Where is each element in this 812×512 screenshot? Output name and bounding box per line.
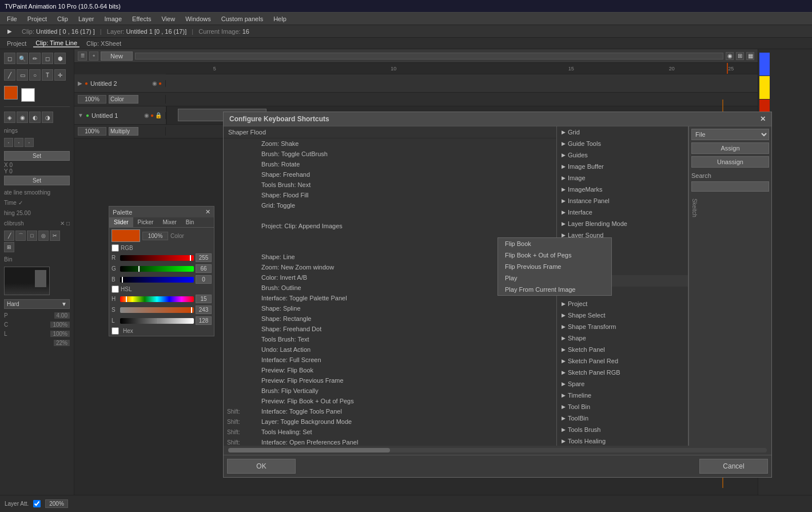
tool-rect[interactable]: ▭: [17, 69, 28, 81]
sc-shape-freehanddot[interactable]: Shape: Freehand Dot: [224, 324, 556, 334]
sc-preview-flipbook[interactable]: Preview: Flip Book: [224, 365, 556, 375]
layer-att-checkbox[interactable]: [33, 500, 41, 507]
cat-shape-select[interactable]: ▶ Shape Select: [557, 309, 688, 321]
sc-layer-bg-mode[interactable]: Shift: Layer: Toggle Background Mode: [224, 416, 556, 427]
tab-project[interactable]: Project: [5, 40, 29, 47]
rgb-checkbox[interactable]: [112, 244, 119, 252]
cat-timeline[interactable]: ▶ Timeline: [557, 390, 688, 401]
h-track[interactable]: [120, 296, 194, 302]
cat-spare[interactable]: ▶ Spare: [557, 378, 688, 390]
tool-select[interactable]: ◻: [4, 53, 15, 64]
tab-xsheet[interactable]: Clip: XSheet: [84, 40, 124, 47]
sc-tools-brush-next[interactable]: Tools Brush: Next: [224, 180, 556, 190]
sc-shape-rectangle[interactable]: Shape: Rectangle: [224, 313, 556, 324]
color-bg[interactable]: [21, 88, 35, 102]
cat-sketch-panel-red[interactable]: ▶ Sketch Panel Red: [557, 355, 688, 367]
layer-rec-2[interactable]: ●: [150, 112, 154, 118]
tl-tool-2[interactable]: +: [89, 51, 98, 61]
g-value[interactable]: 66: [196, 264, 212, 273]
menu-windows[interactable]: Windows: [181, 14, 216, 23]
mini-tool-2[interactable]: ⌒: [15, 231, 26, 241]
ok-btn[interactable]: OK: [227, 459, 296, 474]
cat-tool-bin[interactable]: ▶ Tool Bin: [557, 401, 688, 412]
cat-shape-transform[interactable]: ▶ Shape Transform: [557, 321, 688, 332]
tl-icon-3[interactable]: ▦: [746, 52, 754, 60]
cat-guides[interactable]: ▶ Guides: [557, 149, 688, 161]
menu-custom-panels[interactable]: Custom panels: [217, 14, 268, 23]
layer-lock-2[interactable]: 🔒: [155, 112, 162, 118]
tool-move[interactable]: ✛: [54, 69, 66, 81]
assign-btn[interactable]: Assign: [691, 142, 769, 154]
tool-sm-1[interactable]: ·: [4, 138, 13, 147]
set-button[interactable]: Set: [4, 151, 70, 161]
sc-tools-brush-text[interactable]: Tools Brush: Text: [224, 334, 556, 344]
mini-tool-4[interactable]: ◎: [38, 231, 49, 241]
menu-image[interactable]: Image: [99, 14, 126, 23]
cat-image-buffer[interactable]: ▶ Image Buffer: [557, 161, 688, 172]
zoom-percent[interactable]: 200%: [45, 499, 68, 508]
cat-image[interactable]: ▶ Image: [557, 172, 688, 184]
l-value[interactable]: 128: [196, 316, 212, 325]
cat-layer-blending[interactable]: ▶ Layer Blending Mode: [557, 218, 688, 229]
unassign-btn[interactable]: Unassign: [691, 156, 769, 168]
mini-tool-3[interactable]: □: [27, 231, 37, 241]
dialog-scrollbar[interactable]: [228, 448, 767, 453]
palette-tab-picker[interactable]: Picker: [133, 217, 158, 227]
palette-tab-mixer[interactable]: Mixer: [158, 217, 181, 227]
menu-view[interactable]: View: [157, 14, 180, 23]
submenu-flip-book[interactable]: Flip Book: [498, 238, 611, 249]
tl-tool-1[interactable]: ☰: [78, 51, 87, 61]
mini-tool-1[interactable]: ╱: [4, 231, 14, 241]
cancel-btn[interactable]: Cancel: [699, 459, 768, 474]
sc-interface-fullscreen[interactable]: Interface: Full Screen: [224, 355, 556, 365]
swatch-yellow[interactable]: [759, 76, 770, 99]
palette-close[interactable]: ✕: [205, 208, 210, 216]
new-btn[interactable]: New: [101, 51, 133, 61]
tl-icon-2[interactable]: ⊞: [736, 52, 744, 60]
sc-brush-flipvert[interactable]: Brush: Flip Vertically: [224, 386, 556, 396]
layer-vis-2[interactable]: ◉: [144, 112, 149, 118]
cat-toolbin[interactable]: ▶ ToolBin: [557, 412, 688, 424]
tl-icon-1[interactable]: ◉: [726, 52, 734, 60]
palette-tab-slider[interactable]: Slider: [109, 217, 133, 227]
submenu-play[interactable]: Play: [498, 272, 611, 284]
menu-project[interactable]: Project: [23, 14, 51, 23]
layer-blend-1[interactable]: Color: [109, 95, 138, 104]
hsl-checkbox[interactable]: [112, 285, 119, 293]
layer-percent-1[interactable]: 100%: [78, 95, 106, 104]
search-input[interactable]: [691, 181, 769, 192]
g-track[interactable]: [120, 266, 194, 272]
hard-dropdown[interactable]: Hard ▼: [4, 299, 70, 309]
mini-tool-5[interactable]: ✂: [50, 231, 60, 241]
sc-grid-toggle[interactable]: Grid: Toggle: [224, 200, 556, 211]
l-track[interactable]: [120, 318, 194, 324]
cat-sketch-panel[interactable]: ▶ Sketch Panel: [557, 344, 688, 355]
menu-file[interactable]: File: [2, 14, 22, 23]
menu-layer[interactable]: Layer: [74, 14, 99, 23]
cat-imagemarks[interactable]: ▶ ImageMarks: [557, 184, 688, 195]
sc-shape-freehand[interactable]: Shape: Freehand: [224, 169, 556, 180]
palette-header[interactable]: Palette ✕: [109, 207, 214, 217]
tool-line[interactable]: ╱: [4, 69, 15, 81]
palette-tab-bin[interactable]: Bin: [181, 217, 198, 227]
layer-percent-2[interactable]: 100%: [78, 127, 106, 136]
swatch-blue[interactable]: [759, 53, 770, 76]
hex-checkbox[interactable]: [112, 327, 119, 335]
tl-search-bar[interactable]: [135, 53, 723, 59]
cat-grid[interactable]: ▶ Grid: [557, 126, 688, 138]
tab-timeline[interactable]: Clip: Time Line: [33, 39, 79, 47]
menu-effects[interactable]: Effects: [128, 14, 156, 23]
b-track[interactable]: [120, 277, 194, 283]
fg-color-swatch[interactable]: [112, 229, 140, 242]
tool-sm-2[interactable]: ·: [14, 138, 23, 147]
layer-rec-1[interactable]: ●: [158, 80, 162, 86]
menu-help[interactable]: Help: [269, 14, 291, 23]
cat-instance-panel[interactable]: ▶ Instance Panel: [557, 195, 688, 207]
cat-project[interactable]: ▶ Project: [557, 298, 688, 309]
s-track[interactable]: [120, 307, 194, 313]
sc-shape-floodfill[interactable]: Shape: Flood Fill: [224, 190, 556, 200]
tool-extra-4[interactable]: ◑: [42, 112, 53, 123]
sc-interface-tools[interactable]: Shift: Interface: Toggle Tools Panel: [224, 406, 556, 416]
sc-brush-togglecutbrush[interactable]: Brush: Toggle CutBrush: [224, 149, 556, 159]
tool-text[interactable]: T: [42, 69, 53, 81]
